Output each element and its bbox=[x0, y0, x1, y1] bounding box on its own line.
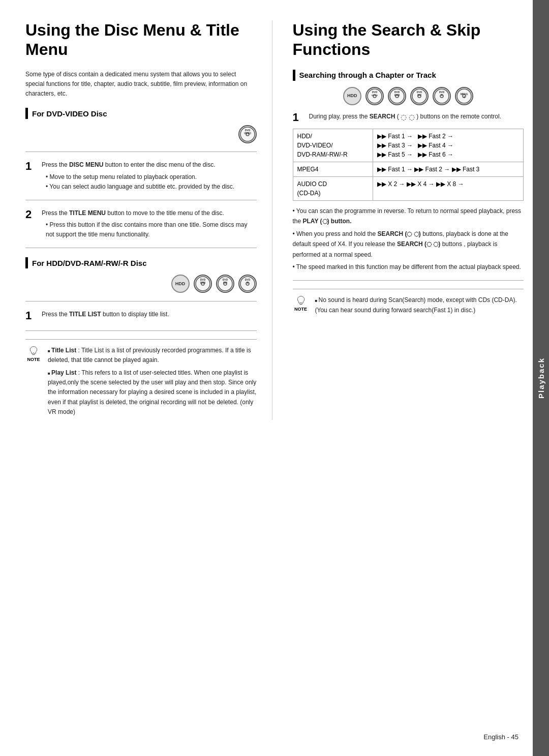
right-mpeg4-icon: MPEG 4 bbox=[455, 87, 473, 105]
right-dvd-rw-icon: DVD RW bbox=[410, 87, 429, 105]
step2-bullet1: Press this button if the disc contains m… bbox=[46, 220, 257, 239]
right-note-label: NOTE bbox=[294, 307, 307, 312]
dvd-r-icon: DVD R bbox=[238, 275, 257, 293]
section-hdd-label: For HDD/DVD-RAM/-RW/-R Disc bbox=[32, 259, 147, 267]
left-note-icon: NOTE bbox=[25, 346, 42, 362]
svg-text:DVD: DVD bbox=[372, 90, 377, 94]
left-step1: 1 Press the DISC MENU button to enter th… bbox=[25, 160, 257, 192]
section-dvd-video-label: For DVD-VIDEO Disc bbox=[32, 109, 107, 118]
right-note-icon: NOTE bbox=[293, 295, 309, 312]
table-cell-device-hdd: HDD/DVD-VIDEO/DVD-RAM/-RW/-R bbox=[293, 129, 373, 162]
right-divider bbox=[293, 280, 524, 281]
search-speed-table: HDD/DVD-VIDEO/DVD-RAM/-RW/-R ▶▶ Fast 1 →… bbox=[293, 129, 524, 201]
right-step1-content: During play, press the SEARCH ( ◌ ◌ ) bu… bbox=[309, 111, 502, 124]
svg-text:VIDEO: VIDEO bbox=[243, 132, 251, 135]
svg-text:RW: RW bbox=[417, 94, 421, 96]
step2-num: 2 bbox=[25, 208, 37, 240]
section-hdd-header: For HDD/DVD-RAM/-RW/-R Disc bbox=[25, 257, 257, 268]
section-bar bbox=[25, 108, 28, 119]
section-search-header: Searching through a Chapter or Track bbox=[293, 70, 524, 81]
section-bar-3 bbox=[293, 70, 295, 81]
svg-text:DVD: DVD bbox=[245, 278, 250, 281]
svg-text:RAM: RAM bbox=[200, 282, 205, 284]
right-disc-icons-row: HDD DVD VIDEO DVD RAM bbox=[293, 87, 524, 105]
dvd-rw-icon: DVD RW bbox=[216, 275, 234, 293]
left-note-content: Title List : Title List is a list of pre… bbox=[48, 346, 257, 420]
step2-content: Press the TITLE MENU button to move to t… bbox=[42, 208, 257, 240]
hdd-step1-num: 1 bbox=[25, 310, 37, 322]
table-cell-speeds-audiocd: ▶▶ X 2 → ▶▶ X 4 → ▶▶ X 8 → bbox=[373, 176, 523, 200]
right-note-content: No sound is heard during Scan(Search) mo… bbox=[315, 295, 524, 318]
left-title: Using the Disc Menu & Title Menu bbox=[25, 20, 257, 59]
step2-bullets: Press this button if the disc contains m… bbox=[42, 220, 257, 239]
right-step1-num: 1 bbox=[293, 111, 304, 124]
table-cell-device-audiocd: AUDIO CD(CD-DA) bbox=[293, 176, 373, 200]
playback-label: Playback bbox=[537, 357, 545, 399]
divider-3 bbox=[25, 248, 257, 248]
table-cell-speeds-mpeg4: ▶▶ Fast 1 → ▶▶ Fast 2 → ▶▶ Fast 3 bbox=[373, 162, 523, 176]
divider-2 bbox=[25, 200, 257, 200]
svg-text:RW: RW bbox=[223, 282, 227, 284]
svg-text:DVD: DVD bbox=[200, 278, 205, 281]
right-dvd-video-icon: DVD VIDEO bbox=[365, 87, 384, 105]
right-title: Using the Search & Skip Functions bbox=[293, 20, 524, 59]
section-search-label: Searching through a Chapter or Track bbox=[299, 71, 436, 79]
section-dvd-video-header: For DVD-VIDEO Disc bbox=[25, 108, 257, 119]
step1-num: 1 bbox=[25, 160, 37, 192]
section-bar-2 bbox=[25, 257, 28, 268]
svg-text:DVD: DVD bbox=[245, 129, 250, 132]
right-step1: 1 During play, press the SEARCH ( ◌ ◌ ) … bbox=[293, 111, 524, 124]
dvd-video-disc-icon: DVD VIDEO bbox=[238, 125, 257, 143]
divider-4 bbox=[25, 301, 257, 301]
left-step2: 2 Press the TITLE MENU button to move to… bbox=[25, 208, 257, 240]
table-row-audiocd: AUDIO CD(CD-DA) ▶▶ X 2 → ▶▶ X 4 → ▶▶ X 8… bbox=[293, 176, 524, 200]
svg-text:RAM: RAM bbox=[394, 94, 400, 96]
right-bullet-points: You can scan the programme in reverse. T… bbox=[293, 206, 524, 272]
page-footer: English - 45 bbox=[483, 733, 518, 741]
right-dvd-ram-icon: DVD RAM bbox=[388, 87, 406, 105]
hdd-icon: HDD bbox=[171, 275, 190, 293]
right-dvd-r-icon: DVD R bbox=[433, 87, 451, 105]
right-bullet3: The speed marked in this function may be… bbox=[293, 262, 524, 272]
right-column: Using the Search & Skip Functions Search… bbox=[288, 20, 524, 420]
svg-text:DVD: DVD bbox=[439, 90, 444, 94]
left-note-box: NOTE Title List : Title List is a list o… bbox=[25, 339, 257, 420]
table-row-hdd: HDD/DVD-VIDEO/DVD-RAM/-RW/-R ▶▶ Fast 1 →… bbox=[293, 129, 524, 162]
left-intro: Some type of discs contain a dedicated m… bbox=[25, 70, 257, 99]
left-note-label: NOTE bbox=[27, 357, 40, 362]
table-row-mpeg4: MPEG4 ▶▶ Fast 1 → ▶▶ Fast 2 → ▶▶ Fast 3 bbox=[293, 162, 524, 176]
divider-1 bbox=[25, 152, 257, 152]
playback-sidebar: Playback bbox=[533, 0, 549, 756]
dvd-ram-icon: DVD RAM bbox=[194, 275, 212, 293]
svg-text:DVD: DVD bbox=[416, 90, 422, 94]
right-note-box: NOTE No sound is heard during Scan(Searc… bbox=[293, 289, 524, 318]
svg-text:VIDEO: VIDEO bbox=[372, 94, 378, 96]
divider-5 bbox=[25, 330, 257, 331]
step1-content: Press the DISC MENU button to enter the … bbox=[42, 160, 234, 192]
table-cell-device-mpeg4: MPEG4 bbox=[293, 162, 373, 176]
footer-text: English - 45 bbox=[483, 733, 518, 741]
svg-text:DVD: DVD bbox=[394, 90, 400, 94]
step1-bullet2: You can select audio language and subtit… bbox=[46, 182, 234, 192]
right-bullet2: When you press and hold the SEARCH (◌ ◌)… bbox=[293, 229, 524, 260]
left-note-bullet2: Play List : This refers to a list of use… bbox=[48, 368, 257, 417]
hdd-icons-row: HDD DVD RAM DVD RW bbox=[25, 275, 257, 293]
hdd-step1: 1 Press the TITLE LIST button to display… bbox=[25, 310, 257, 322]
right-note-bullet1: No sound is heard during Scan(Search) mo… bbox=[315, 295, 524, 315]
step1-bullet1: Move to the setup menu related to playba… bbox=[46, 172, 234, 182]
dvd-video-icon-row: DVD VIDEO bbox=[25, 125, 257, 143]
right-bullet1: You can scan the programme in reverse. T… bbox=[293, 206, 524, 227]
hdd-step1-content: Press the TITLE LIST button to display t… bbox=[42, 310, 169, 322]
table-cell-speeds-hdd: ▶▶ Fast 1 → ▶▶ Fast 2 → ▶▶ Fast 3 → ▶▶ F… bbox=[373, 129, 523, 162]
left-note-bullet1: Title List : Title List is a list of pre… bbox=[48, 346, 257, 365]
right-hdd-icon: HDD bbox=[343, 87, 361, 105]
svg-text:DVD: DVD bbox=[222, 278, 228, 281]
left-column: Using the Disc Menu & Title Menu Some ty… bbox=[25, 20, 272, 420]
step1-bullets: Move to the setup menu related to playba… bbox=[42, 172, 234, 192]
